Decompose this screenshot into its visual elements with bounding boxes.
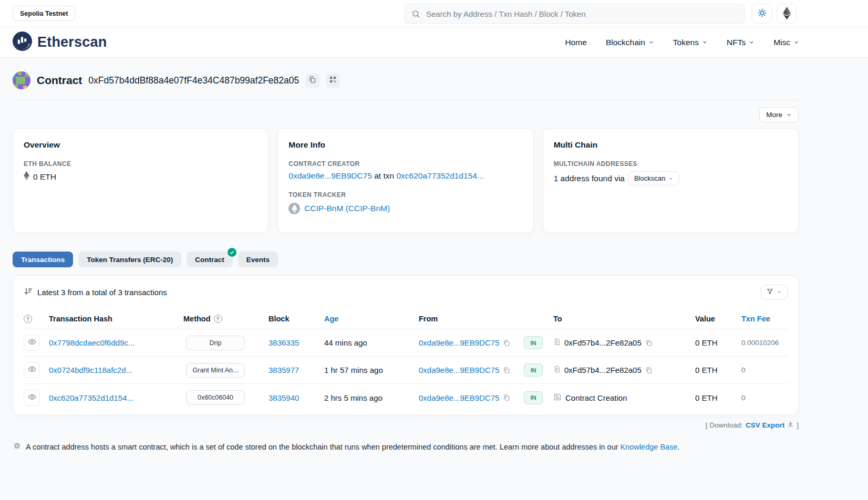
tab-transactions[interactable]: Transactions xyxy=(13,252,73,267)
nav-item-misc[interactable]: Misc xyxy=(773,38,799,47)
help-icon[interactable]: ? xyxy=(24,315,32,323)
chevron-down-icon xyxy=(668,176,674,181)
col-block: Block xyxy=(268,315,324,323)
nav-item-tokens[interactable]: Tokens xyxy=(673,38,708,47)
portfolio-source-label: Blockscan xyxy=(634,174,665,182)
block-link[interactable]: 3836335 xyxy=(268,338,324,347)
contract-header: Contract 0xFd57b4ddBf88a4e07fF4e34C487b9… xyxy=(13,58,799,89)
funnel-icon xyxy=(767,288,773,296)
method-badge[interactable]: Drip xyxy=(186,336,245,350)
download-row: [ Download: CSV Export ] xyxy=(13,421,799,429)
copy-icon[interactable] xyxy=(503,367,510,374)
etherscan-logo[interactable]: Etherscan xyxy=(13,32,107,53)
tx-hash-link[interactable]: 0x7798dcdaec0f6dd9c... xyxy=(49,338,170,347)
tx-preview-button[interactable] xyxy=(24,362,40,378)
to-address: 0xFd57b4...2Fe82a05 xyxy=(564,366,642,374)
col-value: Value xyxy=(695,315,741,323)
tx-age: 2 hrs 5 mins ago xyxy=(324,393,419,402)
col-txn-fee-sort[interactable]: Txn Fee xyxy=(741,315,788,323)
copy-icon[interactable] xyxy=(645,367,653,374)
tx-hash-link[interactable]: 0xc620a77352d1d154... xyxy=(49,393,170,402)
csv-export-link[interactable]: CSV Export xyxy=(746,421,784,429)
token-logo-icon xyxy=(288,203,300,214)
copy-address-button[interactable] xyxy=(305,74,319,88)
contract-info-note: A contract address hosts a smart contrac… xyxy=(13,442,799,453)
sort-icon xyxy=(24,287,33,297)
tx-age: 1 hr 57 mins ago xyxy=(324,366,419,374)
more-button-label: More xyxy=(766,111,782,119)
col-method: Method xyxy=(183,315,211,323)
more-info-card-title: More Info xyxy=(288,140,522,150)
nav-item-home[interactable]: Home xyxy=(565,38,587,47)
eye-icon xyxy=(28,393,36,403)
tx-value: 0 ETH xyxy=(695,366,741,374)
tx-preview-button[interactable] xyxy=(24,335,40,351)
creation-txn-link[interactable]: 0xc620a77352d1d154... xyxy=(396,171,483,180)
col-age-sort[interactable]: Age xyxy=(324,315,419,323)
token-tracker-link[interactable]: CCIP-BnM (CCIP-BnM) xyxy=(304,204,390,213)
contract-address: 0xFd57b4ddBf88a4e07fF4e34C487b99af2Fe82a… xyxy=(88,75,299,86)
eye-icon xyxy=(28,365,36,375)
download-prefix: [ Download: xyxy=(706,421,743,429)
note-text: A contract address hosts a smart contrac… xyxy=(26,443,621,451)
address-identicon xyxy=(13,71,30,89)
tab-token-transfers[interactable]: Token Transfers (ERC-20) xyxy=(78,252,181,267)
qr-code-button[interactable] xyxy=(326,74,340,88)
qr-code-icon xyxy=(329,76,337,85)
filter-button[interactable] xyxy=(761,285,788,300)
contract-creation-icon xyxy=(553,393,562,403)
search-icon xyxy=(411,9,420,18)
block-link[interactable]: 3835977 xyxy=(268,366,324,374)
multichain-addresses-label: MULTICHAIN ADDRESSES xyxy=(554,160,788,168)
tab-events[interactable]: Events xyxy=(238,252,278,267)
block-link[interactable]: 3835940 xyxy=(268,393,324,402)
theme-toggle-button[interactable] xyxy=(752,4,772,24)
table-row: 0xc620a77352d1d154... 0x60c06040 3835940… xyxy=(24,384,788,411)
tx-fee: 0 xyxy=(741,394,788,402)
nav-item-blockchain[interactable]: Blockchain xyxy=(606,38,654,47)
copy-icon[interactable] xyxy=(503,394,510,401)
overview-card-title: Overview xyxy=(24,140,257,150)
network-menu-button[interactable] xyxy=(777,4,797,24)
from-address-link[interactable]: 0xda9e8e...9EB9DC75 xyxy=(419,393,499,402)
search-input[interactable] xyxy=(425,9,738,19)
copy-icon[interactable] xyxy=(503,339,510,347)
contract-file-icon xyxy=(553,338,561,348)
top-bar: Sepolia Testnet xyxy=(0,0,868,27)
nav-label: Blockchain xyxy=(606,38,645,47)
method-badge[interactable]: 0x60c06040 xyxy=(186,390,245,405)
transactions-summary: Latest 3 from a total of 3 transactions xyxy=(37,288,167,297)
help-icon[interactable]: ? xyxy=(214,315,222,323)
tab-contract[interactable]: Contract xyxy=(187,252,233,267)
knowledge-base-link[interactable]: Knowledge Base xyxy=(621,443,678,451)
primary-nav: Home Blockchain Tokens NFTs Misc xyxy=(565,38,799,47)
multichain-found-text: 1 address found via xyxy=(554,174,625,183)
tab-contract-label: Contract xyxy=(195,256,224,264)
portfolio-source-select[interactable]: Blockscan xyxy=(628,171,679,185)
from-address-link[interactable]: 0xda9e8e...9EB9DC75 xyxy=(419,366,499,374)
tx-preview-button[interactable] xyxy=(24,390,40,406)
creator-address-link[interactable]: 0xda9e8e...9EB9DC75 xyxy=(288,171,372,180)
col-from: From xyxy=(419,315,524,323)
more-info-card: More Info CONTRACT CREATOR 0xda9e8e...9E… xyxy=(277,128,533,233)
section-divider xyxy=(13,100,799,100)
search-bar[interactable] xyxy=(405,4,745,24)
page-title: Contract xyxy=(37,74,82,87)
from-address-link[interactable]: 0xda9e8e...9EB9DC75 xyxy=(419,338,499,347)
download-suffix: ] xyxy=(797,421,799,429)
chevron-down-icon xyxy=(777,289,782,295)
chevron-down-icon xyxy=(793,39,799,45)
contract-file-icon xyxy=(553,365,561,375)
to-contract-creation: Contract Creation xyxy=(565,393,627,402)
tip-icon xyxy=(13,442,22,453)
contract-creator-label: CONTRACT CREATOR xyxy=(288,160,522,168)
network-badge-button[interactable]: Sepolia Testnet xyxy=(13,6,75,21)
eye-icon xyxy=(28,338,36,348)
note-suffix: . xyxy=(677,443,679,451)
nav-item-nfts[interactable]: NFTs xyxy=(727,38,755,47)
more-button[interactable]: More xyxy=(759,107,799,122)
method-badge[interactable]: Grant Mint An... xyxy=(186,363,245,378)
copy-icon[interactable] xyxy=(645,339,653,347)
tx-hash-link[interactable]: 0x0724bdf9c118afc2d... xyxy=(49,366,170,374)
direction-badge: IN xyxy=(524,391,543,404)
